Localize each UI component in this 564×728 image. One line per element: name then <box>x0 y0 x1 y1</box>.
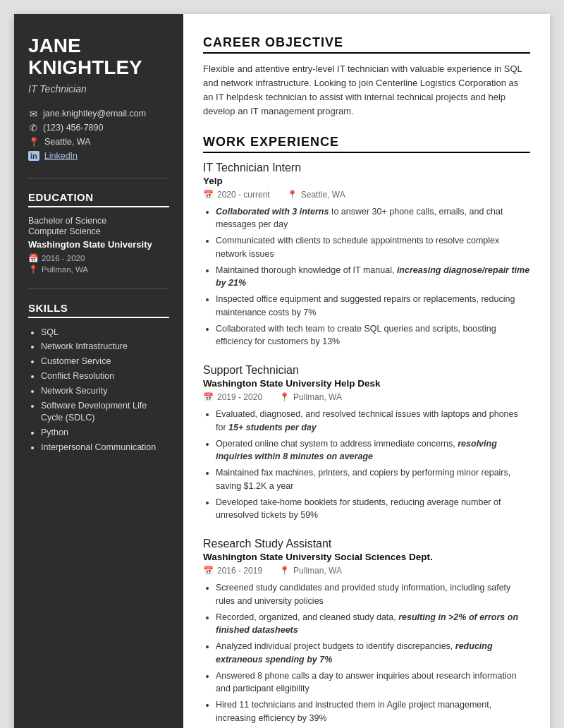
edu-location: 📍 Pullman, WA <box>28 265 169 274</box>
bullet-item: Communicated with clients to schedule ap… <box>216 234 530 261</box>
job-title: Support Technician <box>203 364 530 377</box>
objective-section-title: CAREER OBJECTIVE <box>203 35 530 54</box>
job-bullets: Screened study candidates and provided s… <box>203 581 530 725</box>
resume-container: JANE KNIGHTLEY IT Technician ✉ jane.knig… <box>14 14 550 728</box>
email-text: jane.knightley@email.com <box>43 109 146 119</box>
edu-years: 📅 2016 - 2020 <box>28 253 169 263</box>
location-icon-job: 📍 <box>287 190 298 200</box>
skills-section: SKILLS SQLNetwork InfrastructureCustomer… <box>28 302 169 454</box>
job-years: 📅 2019 - 2020 <box>203 392 262 402</box>
job-title: Research Study Assistant <box>203 538 530 550</box>
education-section-title: EDUCATION <box>28 191 169 207</box>
job-meta: 📅 2016 - 2019📍 Pullman, WA <box>203 566 530 576</box>
education-block: Bachelor of Science Computer Science Was… <box>28 216 169 274</box>
bullet-item: Maintained fax machines, printers, and c… <box>216 466 530 493</box>
location-icon-edu: 📍 <box>28 265 38 274</box>
location-item: 📍 Seattle, WA <box>28 137 169 147</box>
location-icon-job: 📍 <box>279 566 290 576</box>
job-block: Support TechnicianWashington State Unive… <box>203 364 530 522</box>
skills-list: SQLNetwork InfrastructureCustomer Servic… <box>28 327 169 454</box>
bullet-item: Operated online chat system to address i… <box>216 437 530 464</box>
contact-section: ✉ jane.knightley@email.com ✆ (123) 456-7… <box>28 109 169 161</box>
linkedin-link[interactable]: LinkedIn <box>44 151 78 161</box>
job-bullets: Collaborated with 3 interns to answer 30… <box>203 205 530 349</box>
jobs-container: IT Technician InternYelp📅 2020 - current… <box>203 162 530 725</box>
objective-text: Flexible and attentive entry-level IT te… <box>203 62 530 119</box>
email-icon: ✉ <box>28 109 38 119</box>
main-content: CAREER OBJECTIVE Flexible and attentive … <box>183 14 550 728</box>
skill-item: Network Infrastructure <box>41 341 169 353</box>
skill-item: Conflict Resolution <box>41 370 169 382</box>
skill-item: Software Development Life Cycle (SDLC) <box>41 400 169 424</box>
linkedin-item: in LinkedIn <box>28 151 169 161</box>
sidebar: JANE KNIGHTLEY IT Technician ✉ jane.knig… <box>14 14 183 728</box>
bullet-item: Recorded, organized, and cleaned study d… <box>216 611 530 638</box>
skill-item: Customer Service <box>41 356 169 368</box>
job-block: IT Technician InternYelp📅 2020 - current… <box>203 162 530 349</box>
bullet-item: Developed take-home booklets for student… <box>216 496 530 523</box>
job-location: 📍 Pullman, WA <box>279 566 342 576</box>
work-section-title: WORK EXPERIENCE <box>203 135 530 153</box>
last-name: KNIGHTLEY <box>28 56 142 78</box>
job-title: IT Technician Intern <box>203 162 530 174</box>
bullet-item: Inspected office equipment and suggested… <box>216 293 530 320</box>
bullet-item: Maintained thorough knowledge of IT manu… <box>216 264 530 291</box>
bullet-item: Answered 8 phone calls a day to answer i… <box>216 669 530 696</box>
bullet-item: Collaborated with 3 interns to answer 30… <box>216 205 530 232</box>
bullet-item: Hired 11 technicians and instructed them… <box>216 698 530 725</box>
skills-section-title: SKILLS <box>28 302 169 318</box>
skill-item: SQL <box>41 327 169 339</box>
first-name: JANE <box>28 35 81 56</box>
location-icon: 📍 <box>28 137 39 147</box>
location-text: Seattle, WA <box>44 137 91 147</box>
phone-text: (123) 456-7890 <box>43 123 103 133</box>
email-item: ✉ jane.knightley@email.com <box>28 109 169 119</box>
sidebar-divider-1 <box>28 178 169 178</box>
job-meta: 📅 2019 - 2020📍 Pullman, WA <box>203 392 530 402</box>
job-bullets: Evaluated, diagnosed, and resolved techn… <box>203 408 530 522</box>
job-block: Research Study AssistantWashington State… <box>203 538 530 725</box>
phone-icon: ✆ <box>28 123 38 133</box>
skill-item: Network Security <box>41 385 169 397</box>
sidebar-divider-2 <box>28 289 169 289</box>
calendar-icon: 📅 <box>28 253 38 263</box>
bullet-item: Analyzed individual project budgets to i… <box>216 640 530 667</box>
job-meta: 📅 2020 - current📍 Seattle, WA <box>203 190 530 200</box>
education-section: EDUCATION Bachelor of Science Computer S… <box>28 191 169 274</box>
candidate-name: JANE KNIGHTLEY <box>28 35 169 79</box>
skill-item: Python <box>41 427 169 439</box>
job-company: Washington State University Social Scien… <box>203 552 530 562</box>
job-company: Washington State University Help Desk <box>203 378 530 389</box>
calendar-icon: 📅 <box>203 566 214 576</box>
location-icon-job: 📍 <box>279 392 290 402</box>
bullet-item: Evaluated, diagnosed, and resolved techn… <box>216 408 530 435</box>
job-location: 📍 Seattle, WA <box>287 190 345 200</box>
edu-degree: Bachelor of Science <box>28 216 169 226</box>
job-location: 📍 Pullman, WA <box>279 392 342 402</box>
job-company: Yelp <box>203 176 530 186</box>
job-years: 📅 2020 - current <box>203 190 270 200</box>
edu-school: Washington State University <box>28 239 169 250</box>
calendar-icon: 📅 <box>203 392 214 402</box>
linkedin-icon: in <box>28 151 39 161</box>
bullet-item: Collaborated with tech team to create SQ… <box>216 322 530 349</box>
skill-item: Interpersonal Communication <box>41 442 169 454</box>
calendar-icon: 📅 <box>203 190 214 200</box>
job-title: IT Technician <box>28 83 169 95</box>
bullet-item: Screened study candidates and provided s… <box>216 581 530 608</box>
job-years: 📅 2016 - 2019 <box>203 566 262 576</box>
edu-field: Computer Science <box>28 226 169 236</box>
phone-item: ✆ (123) 456-7890 <box>28 123 169 133</box>
